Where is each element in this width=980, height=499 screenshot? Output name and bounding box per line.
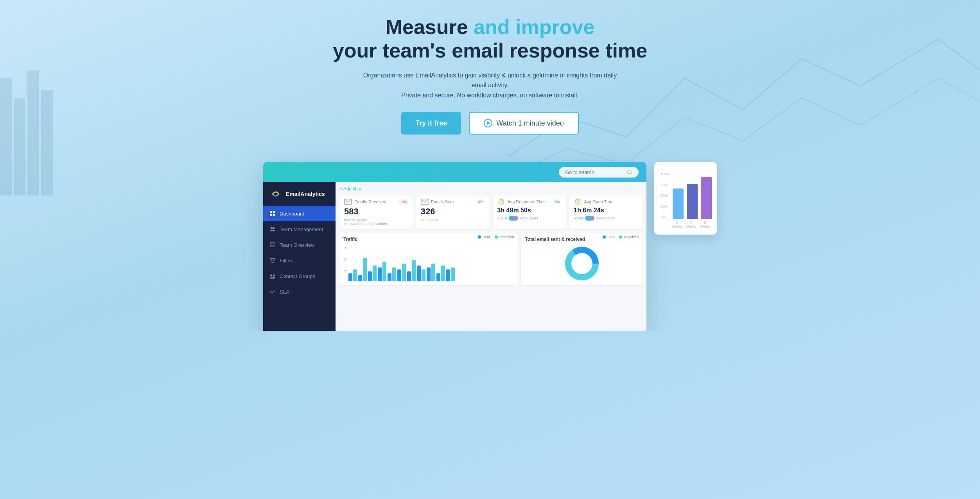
right-y-100: 100% (661, 172, 669, 176)
team-overview-icon (269, 242, 276, 248)
svg-point-4 (628, 170, 631, 174)
right-bar-group-2 (687, 184, 698, 219)
search-icon (627, 169, 632, 175)
bar-sent-7 (417, 266, 421, 281)
bar-sent-6 (407, 271, 411, 281)
stat-value-received: 583 (344, 206, 408, 217)
sidebar-item-team-management[interactable]: Team Management (263, 221, 336, 237)
bar-sent-9 (436, 273, 440, 281)
work-hours-label-open: Work Hours (596, 216, 614, 220)
svg-rect-10 (273, 214, 275, 216)
bar-sent-0 (348, 273, 352, 281)
right-chart-x-labels: 2 Weeks 3 Weeks 8 Weeks (671, 221, 711, 228)
bar-group-8 (427, 264, 435, 281)
donut-legend-sent: Sent (603, 235, 615, 239)
bar-received-9 (441, 266, 445, 281)
right-bar-8weeks (701, 177, 712, 219)
donut-received-label: Received (624, 235, 639, 239)
svg-point-18 (273, 275, 275, 276)
traffic-chart-legend: Sent Received (478, 235, 514, 239)
sidebar-item-filters[interactable]: Filters (263, 253, 336, 268)
stat-label-open: Avg Open Time (584, 199, 638, 204)
bar-group-6 (407, 260, 416, 281)
bar-received-6 (412, 260, 416, 281)
bar-sent-5 (397, 269, 401, 281)
dashboard-topbar (263, 162, 646, 182)
traffic-chart-card: Traffic Sent Received (339, 233, 518, 285)
donut-received-dot (619, 235, 622, 239)
svg-line-5 (631, 173, 632, 174)
bar-group-7 (417, 266, 425, 281)
sidebar-item-dashboard[interactable]: Dashboard (263, 206, 336, 221)
svg-rect-9 (270, 214, 272, 216)
clock-icon-response (497, 199, 505, 205)
svg-rect-13 (270, 243, 275, 247)
stat-badge-received: -7% (399, 199, 408, 204)
sidebar-team-overview-label: Team Overview (280, 242, 315, 248)
sidebar-logo: EmailAnalytics (263, 182, 336, 206)
stat-value-open: 1h 6m 24s (574, 206, 638, 214)
right-bar-2weeks (673, 188, 684, 219)
bar-received-2 (373, 266, 377, 281)
svg-point-11 (271, 227, 273, 229)
filter-bar[interactable]: + Add filter (339, 186, 643, 192)
stat-sub-received: from 31 people (344, 218, 408, 222)
actual-label-response: Actual (497, 216, 507, 220)
bar-received-1 (363, 258, 367, 281)
hero-subtitle: Organizations use EmailAnalytics to gain… (357, 70, 623, 101)
bar-group-4 (388, 267, 396, 281)
toggle-pill-response[interactable] (509, 216, 518, 221)
right-y-50: 50% (661, 194, 669, 197)
svg-point-17 (270, 275, 272, 276)
stat-badge-response: 6% (553, 199, 561, 204)
stat-label-sent: Emails Sent (431, 199, 474, 204)
svg-rect-7 (270, 211, 272, 213)
donut-sent-dot (603, 235, 606, 239)
toggle-pill-open[interactable] (585, 216, 594, 221)
sidebar-item-contact-groups[interactable]: Contact Groups (263, 268, 336, 284)
traffic-bar-chart (348, 246, 455, 281)
search-input[interactable] (565, 169, 624, 175)
stat-card-header-received: Emails Received -7% (344, 199, 408, 205)
try-free-button[interactable]: Try it free (401, 112, 461, 135)
donut-chart-title: Total email sent & received (525, 237, 585, 242)
work-hours-label-response: Work Hours (520, 216, 538, 220)
right-bar-chart-card: 100% 75% 50% 25% 0% (654, 162, 717, 235)
stat-cards: Emails Received -7% 583 from 31 people U… (339, 196, 643, 228)
svg-point-6 (270, 188, 282, 200)
right-y-25: 25% (661, 205, 669, 208)
stat-card-header-sent: Emails Sent 3% (421, 199, 485, 205)
right-bar-3weeks (687, 184, 698, 219)
bar-group-10 (446, 267, 455, 281)
clock-icon-open (574, 199, 582, 205)
bar-received-5 (402, 264, 406, 281)
bar-sent-4 (388, 273, 391, 281)
bar-sent-3 (378, 267, 382, 281)
sidebar-dashboard-label: Dashboard (280, 211, 305, 217)
bar-group-9 (436, 266, 445, 281)
received-legend-label: Received (499, 235, 514, 239)
traffic-chart-title: Traffic (343, 237, 357, 242)
stat-value-sent: 326 (421, 206, 485, 217)
sidebar-item-team-overview[interactable]: Team Overview (263, 237, 336, 253)
hero-title: Measure and improve your team's email re… (8, 16, 972, 63)
dashboard-wrapper: EmailAnalytics Dashboard (255, 162, 725, 331)
bar-received-0 (353, 269, 357, 281)
watch-video-button[interactable]: Watch 1 minute video (469, 112, 578, 135)
legend-sent: Sent (478, 235, 490, 239)
stat-card-header-response: Avg Response Time 6% (497, 199, 562, 205)
donut-legend-received: Received (619, 235, 639, 239)
play-triangle (487, 121, 490, 125)
donut-chart-visual (525, 246, 639, 281)
bar-group-1 (358, 258, 367, 281)
sidebar-item-sla[interactable]: SLA (263, 284, 336, 300)
search-bar[interactable] (559, 167, 639, 178)
y-label-50: 50 (343, 258, 347, 261)
charts-area: Traffic Sent Received (339, 233, 643, 285)
filters-icon (269, 257, 276, 264)
svg-rect-8 (273, 211, 275, 213)
stat-sub2-received: Unread: 36 from 30 senders (344, 222, 408, 226)
y-label-25: 25 (343, 269, 347, 273)
contact-groups-icon (269, 273, 276, 279)
svg-marker-16 (270, 258, 275, 263)
